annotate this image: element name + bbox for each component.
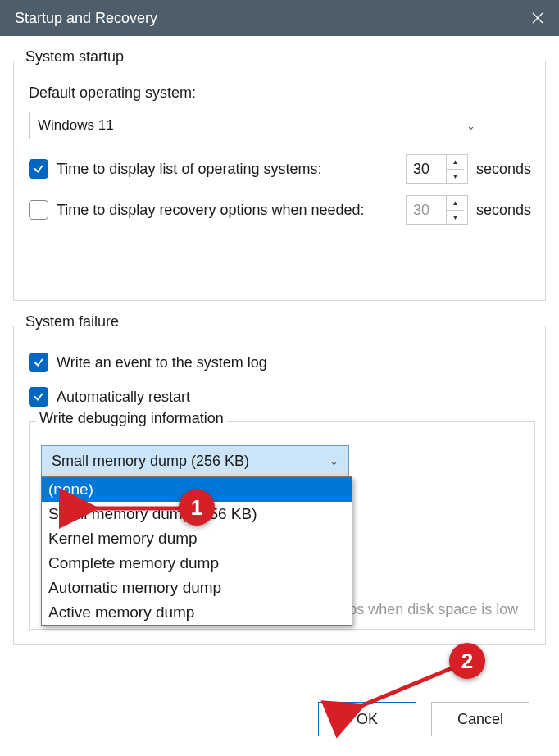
- spin-down-icon: ▼: [446, 210, 464, 224]
- svg-line-1: [359, 666, 457, 707]
- time-recovery-unit: seconds: [476, 202, 535, 219]
- chevron-down-icon: ⌄: [329, 455, 339, 467]
- write-event-label: Write an event to the system log: [57, 354, 267, 371]
- spin-down-icon[interactable]: ▼: [446, 169, 464, 183]
- dump-option-kernel[interactable]: Kernel memory dump: [42, 526, 352, 551]
- system-startup-legend: System startup: [20, 48, 129, 66]
- annotation-arrow-2: [351, 661, 466, 722]
- close-button[interactable]: [528, 8, 548, 28]
- annotation-arrow-1: [85, 500, 184, 521]
- time-recovery-input: [407, 202, 446, 219]
- dialog-body: System startup Default operating system:…: [0, 36, 559, 678]
- spin-up-icon[interactable]: ▲: [446, 155, 464, 169]
- time-recovery-label: Time to display recovery options when ne…: [57, 202, 365, 219]
- system-startup-group: System startup Default operating system:…: [13, 61, 546, 301]
- system-failure-group: System failure Write an event to the sys…: [13, 326, 546, 645]
- auto-restart-checkbox[interactable]: [29, 387, 48, 407]
- time-os-spinbox[interactable]: ▲ ▼: [406, 154, 468, 184]
- annotation-marker-2: 2: [449, 643, 485, 679]
- debug-dump-combobox[interactable]: Small memory dump (256 KB) ⌄ (none) Smal…: [41, 445, 349, 476]
- time-recovery-checkbox[interactable]: [29, 200, 48, 220]
- time-os-input[interactable]: [407, 161, 446, 178]
- titlebar: Startup and Recovery: [0, 0, 559, 36]
- time-os-unit: seconds: [476, 161, 535, 178]
- time-os-checkbox[interactable]: [29, 159, 48, 179]
- write-debug-title: Write debugging information: [36, 410, 227, 427]
- default-os-value: Windows 11: [38, 117, 114, 134]
- chevron-down-icon: ⌄: [466, 120, 475, 132]
- system-failure-legend: System failure: [20, 313, 124, 330]
- debug-dump-value: Small memory dump (256 KB): [52, 453, 249, 470]
- auto-restart-label: Automatically restart: [57, 389, 190, 406]
- dump-option-automatic[interactable]: Automatic memory dump: [42, 576, 352, 600]
- window-title: Startup and Recovery: [15, 10, 157, 27]
- time-recovery-spinbox: ▲ ▼: [406, 195, 468, 225]
- default-os-select[interactable]: Windows 11 ⌄: [29, 112, 484, 139]
- default-os-label: Default operating system:: [29, 84, 535, 102]
- annotation-marker-1: 1: [179, 490, 215, 526]
- time-os-label: Time to display list of operating system…: [57, 161, 321, 178]
- dump-option-active[interactable]: Active memory dump: [42, 600, 352, 625]
- spin-up-icon: ▲: [446, 196, 464, 210]
- write-debug-group: Write debugging information Small memory…: [29, 421, 535, 630]
- dump-option-complete[interactable]: Complete memory dump: [42, 551, 352, 576]
- write-event-checkbox[interactable]: [29, 353, 48, 372]
